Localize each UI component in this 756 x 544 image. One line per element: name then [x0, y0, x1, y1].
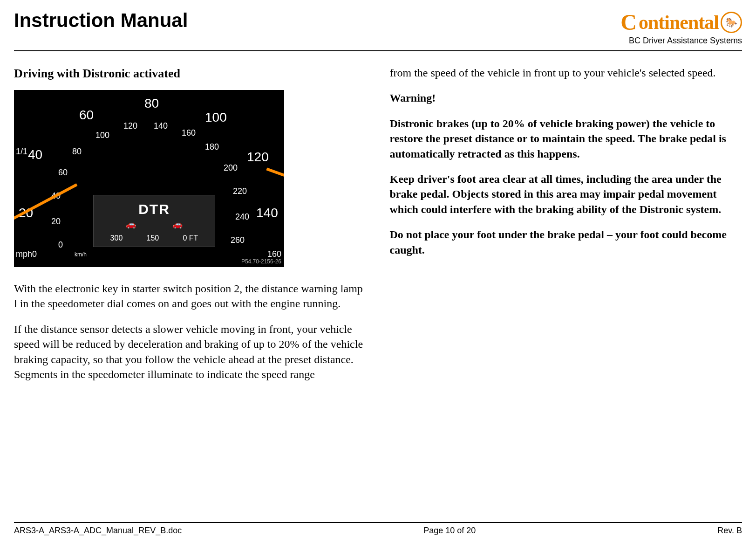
speedometer-figure: 20 40 60 80 100 120 140 0 20 40 60 80 10… [14, 90, 284, 267]
gauge-inner-120: 120 [123, 120, 137, 131]
dtr-0: 0 FT [183, 233, 198, 243]
gauge-kmh-label: km/h [75, 251, 87, 258]
gauge-inner-260: 260 [231, 234, 245, 246]
left-para-2: If the distance sensor detects a slower … [14, 322, 367, 382]
gauge-inner-80: 80 [72, 146, 82, 157]
gauge-inner-0: 0 [58, 239, 63, 250]
brand-area: Continental 🐎 BC Driver Assistance Syste… [620, 9, 742, 46]
footer-row: ARS3-A_ARS3-A_ADC_Manual_REV_B.doc Page … [14, 526, 742, 536]
gauge-needle-right [266, 168, 284, 177]
footer-file: ARS3-A_ARS3-A_ADC_Manual_REV_B.doc [14, 526, 182, 536]
left-column: Driving with Distronic activated 20 40 6… [14, 65, 367, 392]
brand-text: ontinental [639, 11, 719, 34]
brand-subtitle: BC Driver Assistance Systems [620, 36, 742, 46]
left-para-1: With the electronic key in starter switc… [14, 281, 367, 311]
dtr-label: DTR [94, 200, 215, 219]
gauge-outer-140: 140 [256, 204, 278, 222]
gauge-inner-180: 180 [205, 141, 219, 152]
gauge-inner-20: 20 [51, 216, 61, 227]
gauge-inner-240: 240 [235, 211, 249, 222]
car-icons-row: 🚗 🚗 [94, 219, 215, 230]
gauge-outer-100: 100 [205, 109, 227, 126]
right-para-cont: from the speed of the vehicle in front u… [390, 65, 742, 80]
figure-ref: P54.70-2156-26 [241, 258, 281, 265]
horse-icon: 🐎 [721, 12, 742, 33]
dtr-display: DTR 🚗 🚗 300 150 0 FT [93, 195, 215, 247]
gauge-inner-100: 100 [95, 130, 109, 141]
warning-heading: Warning! [390, 90, 742, 105]
footer: ARS3-A_ARS3-A_ADC_Manual_REV_B.doc Page … [14, 518, 742, 536]
warning-para-1: Distronic brakes (up to 20% of vehicle b… [390, 116, 742, 161]
section-heading: Driving with Distronic activated [14, 65, 367, 82]
dtr-150: 150 [147, 233, 159, 243]
warning-para-3: Do not place your foot under the brake p… [390, 227, 742, 257]
content-columns: Driving with Distronic activated 20 40 6… [14, 65, 742, 392]
gauge-inner-220: 220 [233, 186, 247, 197]
doc-title: Instruction Manual [14, 9, 188, 32]
gauge-inner-140: 140 [154, 120, 168, 131]
gauge-inner-60: 60 [58, 167, 68, 178]
warning-para-2: Keep driver's foot area clear at all tim… [390, 172, 742, 217]
gauge-inner-200: 200 [224, 162, 238, 173]
gauge-outer-40: 40 [28, 146, 42, 164]
header: Instruction Manual Continental 🐎 BC Driv… [14, 9, 742, 46]
car-icon-own: 🚗 [126, 219, 136, 230]
gauge-outer-60: 60 [79, 106, 94, 124]
footer-page: Page 10 of 20 [423, 526, 476, 536]
gauge-left-marker: 1/1 [16, 146, 27, 157]
brand-c-letter: C [620, 9, 637, 35]
dtr-300: 300 [110, 233, 123, 243]
gauge-inner-160: 160 [182, 127, 196, 138]
gauge-mph-label: mph0 [16, 248, 37, 260]
brand-logo: Continental 🐎 [620, 9, 742, 35]
footer-divider [14, 522, 742, 523]
footer-rev: Rev. B [717, 526, 742, 536]
dtr-scale: 300 150 0 FT [94, 233, 215, 243]
right-column: from the speed of the vehicle in front u… [390, 65, 742, 392]
gauge-outer-80: 80 [144, 95, 159, 112]
header-divider [14, 50, 742, 51]
gauge-outer-120: 120 [247, 148, 269, 166]
car-icon-front: 🚗 [172, 219, 183, 230]
